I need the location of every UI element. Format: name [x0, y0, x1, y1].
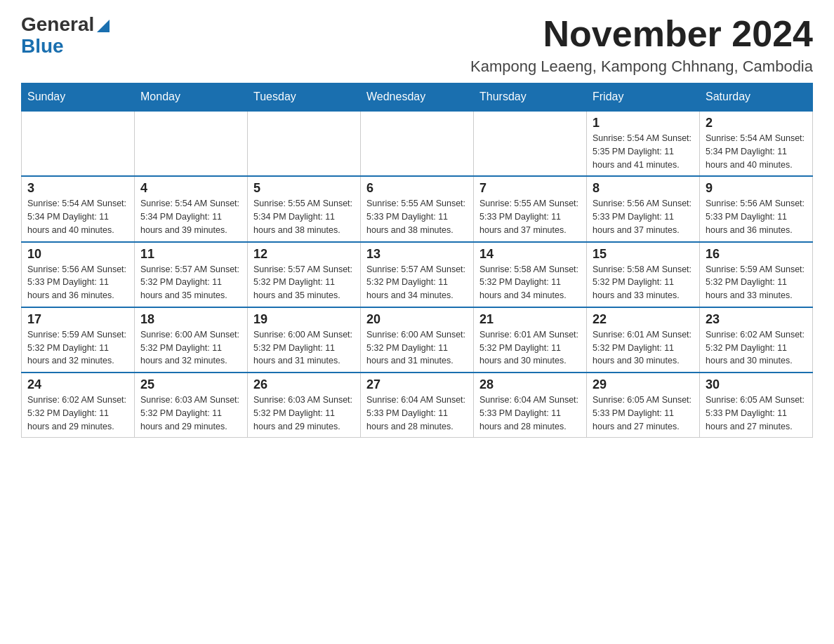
day-info: Sunrise: 5:56 AM Sunset: 5:33 PM Dayligh…	[706, 197, 807, 236]
day-info: Sunrise: 6:02 AM Sunset: 5:32 PM Dayligh…	[706, 328, 807, 368]
logo-general-text: General	[21, 14, 94, 36]
table-row: 9Sunrise: 5:56 AM Sunset: 5:33 PM Daylig…	[700, 176, 813, 241]
table-row: 25Sunrise: 6:03 AM Sunset: 5:32 PM Dayli…	[135, 373, 248, 438]
table-row: 29Sunrise: 6:05 AM Sunset: 5:33 PM Dayli…	[587, 373, 700, 438]
day-number: 2	[706, 116, 807, 130]
col-tuesday: Tuesday	[248, 83, 361, 112]
table-row: 12Sunrise: 5:57 AM Sunset: 5:32 PM Dayli…	[248, 242, 361, 307]
col-monday: Monday	[135, 83, 248, 112]
day-number: 1	[593, 116, 694, 130]
day-info: Sunrise: 5:55 AM Sunset: 5:33 PM Dayligh…	[366, 197, 468, 236]
day-number: 8	[593, 181, 694, 196]
calendar-subtitle: Kampong Leaeng, Kampong Chhnang, Cambodi…	[470, 58, 813, 76]
day-info: Sunrise: 6:05 AM Sunset: 5:33 PM Dayligh…	[706, 394, 807, 433]
table-row: 2Sunrise: 5:54 AM Sunset: 5:34 PM Daylig…	[700, 111, 813, 176]
day-info: Sunrise: 6:00 AM Sunset: 5:32 PM Dayligh…	[253, 328, 355, 368]
title-section: November 2024 Kampong Leaeng, Kampong Ch…	[470, 14, 813, 76]
day-number: 24	[27, 377, 128, 392]
logo-line1: General	[21, 14, 110, 36]
day-number: 9	[706, 181, 807, 196]
day-number: 13	[366, 247, 468, 262]
calendar-table: Sunday Monday Tuesday Wednesday Thursday…	[21, 83, 813, 438]
day-info: Sunrise: 6:03 AM Sunset: 5:32 PM Dayligh…	[140, 394, 241, 433]
col-sunday: Sunday	[22, 83, 135, 112]
table-row: 26Sunrise: 6:03 AM Sunset: 5:32 PM Dayli…	[248, 373, 361, 438]
table-row: 14Sunrise: 5:58 AM Sunset: 5:32 PM Dayli…	[474, 242, 587, 307]
day-info: Sunrise: 6:03 AM Sunset: 5:32 PM Dayligh…	[253, 394, 355, 433]
table-row	[248, 111, 361, 176]
day-number: 5	[253, 181, 355, 196]
col-saturday: Saturday	[700, 83, 813, 112]
day-number: 21	[479, 312, 581, 327]
day-info: Sunrise: 6:04 AM Sunset: 5:33 PM Dayligh…	[479, 394, 581, 433]
day-number: 7	[479, 181, 581, 196]
day-info: Sunrise: 5:57 AM Sunset: 5:32 PM Dayligh…	[366, 263, 468, 302]
logo: General Blue	[21, 14, 110, 58]
day-number: 3	[27, 181, 128, 196]
table-row	[474, 111, 587, 176]
table-row: 27Sunrise: 6:04 AM Sunset: 5:33 PM Dayli…	[361, 373, 474, 438]
day-info: Sunrise: 6:02 AM Sunset: 5:32 PM Dayligh…	[27, 394, 128, 433]
calendar-week-row: 17Sunrise: 5:59 AM Sunset: 5:32 PM Dayli…	[22, 307, 813, 373]
day-info: Sunrise: 5:54 AM Sunset: 5:34 PM Dayligh…	[27, 197, 128, 236]
calendar-week-row: 10Sunrise: 5:56 AM Sunset: 5:33 PM Dayli…	[22, 242, 813, 307]
table-row	[361, 111, 474, 176]
day-info: Sunrise: 5:59 AM Sunset: 5:32 PM Dayligh…	[27, 328, 128, 368]
day-number: 15	[593, 247, 694, 262]
col-friday: Friday	[587, 83, 700, 112]
day-number: 25	[140, 377, 241, 392]
table-row: 13Sunrise: 5:57 AM Sunset: 5:32 PM Dayli…	[361, 242, 474, 307]
table-row: 5Sunrise: 5:55 AM Sunset: 5:34 PM Daylig…	[248, 176, 361, 241]
day-number: 16	[706, 247, 807, 262]
table-row	[135, 111, 248, 176]
col-thursday: Thursday	[474, 83, 587, 112]
day-number: 18	[140, 312, 241, 327]
day-info: Sunrise: 5:55 AM Sunset: 5:34 PM Dayligh…	[253, 197, 355, 236]
day-info: Sunrise: 5:57 AM Sunset: 5:32 PM Dayligh…	[140, 263, 241, 302]
day-info: Sunrise: 6:01 AM Sunset: 5:32 PM Dayligh…	[479, 328, 581, 368]
day-info: Sunrise: 5:58 AM Sunset: 5:32 PM Dayligh…	[479, 263, 581, 302]
table-row: 16Sunrise: 5:59 AM Sunset: 5:32 PM Dayli…	[700, 242, 813, 307]
day-number: 4	[140, 181, 241, 196]
table-row: 6Sunrise: 5:55 AM Sunset: 5:33 PM Daylig…	[361, 176, 474, 241]
day-number: 14	[479, 247, 581, 262]
day-info: Sunrise: 6:01 AM Sunset: 5:32 PM Dayligh…	[593, 328, 694, 368]
table-row: 19Sunrise: 6:00 AM Sunset: 5:32 PM Dayli…	[248, 307, 361, 373]
day-info: Sunrise: 5:54 AM Sunset: 5:34 PM Dayligh…	[140, 197, 241, 236]
table-row: 11Sunrise: 5:57 AM Sunset: 5:32 PM Dayli…	[135, 242, 248, 307]
table-row: 1Sunrise: 5:54 AM Sunset: 5:35 PM Daylig…	[587, 111, 700, 176]
table-row: 15Sunrise: 5:58 AM Sunset: 5:32 PM Dayli…	[587, 242, 700, 307]
day-number: 29	[593, 377, 694, 392]
day-info: Sunrise: 5:56 AM Sunset: 5:33 PM Dayligh…	[27, 263, 128, 302]
table-row: 24Sunrise: 6:02 AM Sunset: 5:32 PM Dayli…	[22, 373, 135, 438]
logo-arrow-icon	[97, 14, 110, 36]
day-number: 11	[140, 247, 241, 262]
day-number: 6	[366, 181, 468, 196]
table-row: 7Sunrise: 5:55 AM Sunset: 5:33 PM Daylig…	[474, 176, 587, 241]
day-info: Sunrise: 5:56 AM Sunset: 5:33 PM Dayligh…	[593, 197, 694, 236]
svg-marker-0	[97, 20, 110, 32]
day-info: Sunrise: 5:55 AM Sunset: 5:33 PM Dayligh…	[479, 197, 581, 236]
table-row: 10Sunrise: 5:56 AM Sunset: 5:33 PM Dayli…	[22, 242, 135, 307]
day-info: Sunrise: 5:58 AM Sunset: 5:32 PM Dayligh…	[593, 263, 694, 302]
day-number: 23	[706, 312, 807, 327]
day-number: 22	[593, 312, 694, 327]
day-number: 19	[253, 312, 355, 327]
table-row	[22, 111, 135, 176]
day-info: Sunrise: 6:04 AM Sunset: 5:33 PM Dayligh…	[366, 394, 468, 433]
day-number: 12	[253, 247, 355, 262]
day-number: 27	[366, 377, 468, 392]
day-info: Sunrise: 6:00 AM Sunset: 5:32 PM Dayligh…	[366, 328, 468, 368]
day-info: Sunrise: 5:59 AM Sunset: 5:32 PM Dayligh…	[706, 263, 807, 302]
day-info: Sunrise: 5:57 AM Sunset: 5:32 PM Dayligh…	[253, 263, 355, 302]
calendar-header-row: Sunday Monday Tuesday Wednesday Thursday…	[22, 83, 813, 112]
calendar-week-row: 3Sunrise: 5:54 AM Sunset: 5:34 PM Daylig…	[22, 176, 813, 241]
table-row: 3Sunrise: 5:54 AM Sunset: 5:34 PM Daylig…	[22, 176, 135, 241]
table-row: 4Sunrise: 5:54 AM Sunset: 5:34 PM Daylig…	[135, 176, 248, 241]
table-row: 23Sunrise: 6:02 AM Sunset: 5:32 PM Dayli…	[700, 307, 813, 373]
logo-blue-text: Blue	[21, 36, 110, 58]
table-row: 18Sunrise: 6:00 AM Sunset: 5:32 PM Dayli…	[135, 307, 248, 373]
day-info: Sunrise: 5:54 AM Sunset: 5:35 PM Dayligh…	[593, 132, 694, 171]
calendar-week-row: 1Sunrise: 5:54 AM Sunset: 5:35 PM Daylig…	[22, 111, 813, 176]
day-info: Sunrise: 6:00 AM Sunset: 5:32 PM Dayligh…	[140, 328, 241, 368]
